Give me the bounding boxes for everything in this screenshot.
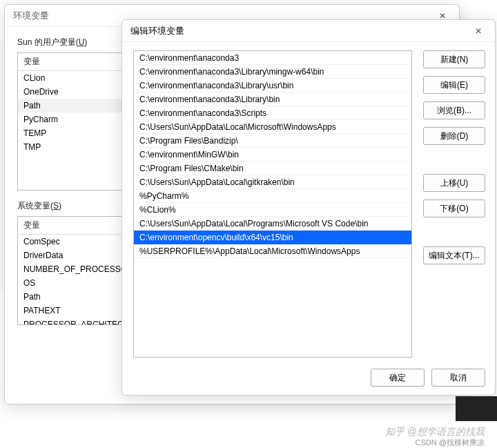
front-titlebar: 编辑环境变量 ✕	[122, 20, 495, 42]
path-entry[interactable]: C:\environment\anaconda3\Library\bin	[134, 92, 411, 106]
path-entries-listbox[interactable]: C:\environment\anaconda3C:\environment\a…	[133, 50, 412, 358]
path-entry[interactable]: %USERPROFILE%\AppData\Local\Microsoft\Wi…	[134, 244, 411, 258]
path-entry[interactable]: C:\Program Files\Bandizip\	[134, 134, 411, 148]
browse-button[interactable]: 浏览(B)...	[423, 101, 485, 119]
path-entry[interactable]: C:\environment\opencv\build\x64\vc15\bin	[134, 231, 411, 244]
path-entry[interactable]: C:\environment\MinGW\bin	[134, 148, 411, 162]
path-entry[interactable]: %CLion%	[134, 203, 411, 217]
ok-button[interactable]: 确定	[371, 369, 425, 387]
path-entry[interactable]: C:\Users\Sun\AppData\Local\Programs\Micr…	[134, 217, 411, 231]
dark-band	[456, 396, 497, 421]
path-entry[interactable]: C:\Users\Sun\AppData\Local\gitkraken\bin	[134, 175, 411, 189]
new-button[interactable]: 新建(N)	[423, 50, 485, 68]
edit-button[interactable]: 编辑(E)	[423, 76, 485, 94]
back-title: 环境变量	[13, 10, 49, 22]
move-up-button[interactable]: 上移(U)	[423, 174, 485, 192]
path-entry[interactable]: C:\environment\anaconda3	[134, 51, 411, 65]
watermark-csdn: CSDN @找棵树乘凉	[416, 438, 485, 448]
path-entry[interactable]: C:\environment\anaconda3\Library\mingw-w…	[134, 65, 411, 79]
path-entry[interactable]: C:\environment\anaconda3\Scripts	[134, 106, 411, 120]
side-buttons: 新建(N) 编辑(E) 浏览(B)... 删除(D) 上移(U) 下移(O) 编…	[423, 50, 485, 358]
edit-env-var-dialog: 编辑环境变量 ✕ C:\environment\anaconda3C:\envi…	[121, 19, 496, 396]
path-entry[interactable]: C:\Program Files\CMake\bin	[134, 162, 411, 175]
dialog-footer: 确定 取消	[371, 369, 485, 387]
watermark-zhihu: 知乎 @想学语言的找我	[385, 426, 485, 438]
path-entry[interactable]: C:\Users\Sun\AppData\Local\Microsoft\Win…	[134, 120, 411, 134]
edit-text-button[interactable]: 编辑文本(T)...	[423, 246, 485, 264]
delete-button[interactable]: 删除(D)	[423, 127, 485, 145]
path-entry[interactable]: %PyCharm%	[134, 189, 411, 203]
move-down-button[interactable]: 下移(O)	[423, 199, 485, 217]
cancel-button[interactable]: 取消	[431, 369, 485, 387]
path-entry[interactable]: C:\environment\anaconda3\Library\usr\bin	[134, 79, 411, 92]
front-title: 编辑环境变量	[130, 25, 184, 37]
close-icon[interactable]: ✕	[470, 23, 487, 39]
